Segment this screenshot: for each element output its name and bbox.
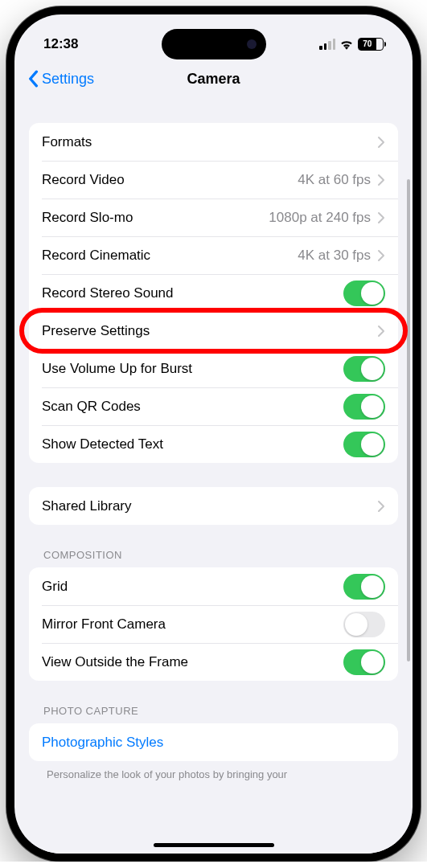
chevron-right-icon <box>377 174 385 186</box>
row-record-stereo[interactable]: Record Stereo Sound <box>29 274 398 312</box>
label-shared-library: Shared Library <box>42 498 377 514</box>
battery-icon: 70 <box>358 38 384 51</box>
label-volume-burst: Use Volume Up for Burst <box>42 361 343 377</box>
toggle-view-outside[interactable] <box>343 649 385 675</box>
toggle-scan-qr[interactable] <box>343 394 385 420</box>
label-mirror-front: Mirror Front Camera <box>42 616 343 633</box>
row-record-slomo[interactable]: Record Slo-mo 1080p at 240 fps <box>29 199 398 236</box>
chevron-right-icon <box>377 136 385 149</box>
row-mirror-front[interactable]: Mirror Front Camera <box>29 605 398 643</box>
row-view-outside[interactable]: View Outside the Frame <box>29 643 398 681</box>
value-record-slomo: 1080p at 240 fps <box>269 210 371 226</box>
row-volume-burst[interactable]: Use Volume Up for Burst <box>29 350 398 387</box>
label-grid: Grid <box>42 579 343 595</box>
label-preserve-settings: Preserve Settings <box>42 323 377 339</box>
back-button[interactable]: Settings <box>27 70 94 88</box>
row-detected-text[interactable]: Show Detected Text <box>29 425 398 463</box>
wifi-icon <box>339 39 354 50</box>
row-formats[interactable]: Formats <box>29 123 398 161</box>
toggle-grid[interactable] <box>343 574 385 600</box>
dynamic-island <box>162 29 266 59</box>
chevron-right-icon <box>377 249 385 262</box>
row-scan-qr[interactable]: Scan QR Codes <box>29 387 398 425</box>
navbar: Settings Camera <box>14 59 413 99</box>
home-indicator[interactable] <box>154 843 274 847</box>
toggle-mirror-front[interactable] <box>343 612 385 637</box>
toggle-volume-burst[interactable] <box>343 356 385 382</box>
back-label: Settings <box>42 71 94 88</box>
row-record-video[interactable]: Record Video 4K at 60 fps <box>29 161 398 199</box>
label-scan-qr: Scan QR Codes <box>42 399 343 415</box>
chevron-right-icon <box>377 325 385 338</box>
label-record-slomo: Record Slo-mo <box>42 210 269 226</box>
label-record-video: Record Video <box>42 172 298 188</box>
toggle-detected-text[interactable] <box>343 432 385 457</box>
label-view-outside: View Outside the Frame <box>42 654 343 670</box>
label-photographic-styles: Photographic Styles <box>42 735 385 751</box>
value-record-cinematic: 4K at 30 fps <box>298 248 371 264</box>
chevron-left-icon <box>27 70 39 88</box>
row-grid[interactable]: Grid <box>29 567 398 605</box>
status-time: 12:38 <box>43 36 78 52</box>
page-title: Camera <box>187 71 240 88</box>
cellular-signal-icon <box>319 39 335 50</box>
row-shared-library[interactable]: Shared Library <box>29 487 398 525</box>
chevron-right-icon <box>377 500 385 513</box>
toggle-record-stereo[interactable] <box>343 280 385 306</box>
row-photographic-styles[interactable]: Photographic Styles <box>29 723 398 761</box>
label-detected-text: Show Detected Text <box>42 436 343 452</box>
label-record-cinematic: Record Cinematic <box>42 248 298 264</box>
label-formats: Formats <box>42 134 377 150</box>
section-header-composition: COMPOSITION <box>43 549 398 561</box>
footer-text: Personalize the look of your photos by b… <box>47 768 380 782</box>
row-preserve-settings[interactable]: Preserve Settings <box>29 312 398 350</box>
chevron-right-icon <box>377 211 385 224</box>
scroll-indicator[interactable] <box>407 179 410 661</box>
value-record-video: 4K at 60 fps <box>298 172 371 188</box>
row-record-cinematic[interactable]: Record Cinematic 4K at 30 fps <box>29 236 398 274</box>
label-record-stereo: Record Stereo Sound <box>42 285 343 301</box>
section-header-photo-capture: PHOTO CAPTURE <box>43 705 398 717</box>
